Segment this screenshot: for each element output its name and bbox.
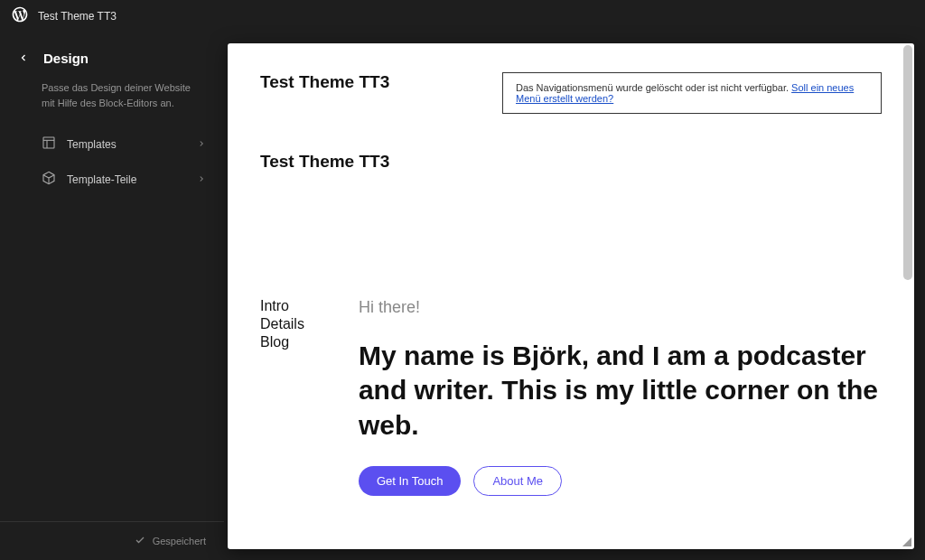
resize-handle-icon[interactable] — [902, 537, 911, 546]
preview-content: Test Theme TT3 Das Navigationsmenü wurde… — [228, 43, 914, 549]
sidebar-header: Design — [0, 51, 224, 75]
templates-icon — [42, 135, 56, 153]
svg-rect-0 — [43, 137, 54, 148]
about-me-button[interactable]: About Me — [473, 466, 562, 496]
topbar-site-name[interactable]: Test Theme TT3 — [38, 10, 117, 23]
hero-main: Hi there! My name is Björk, and I am a p… — [359, 298, 882, 496]
hero-nav-blog[interactable]: Blog — [260, 334, 304, 350]
main-area: Design Passe das Design deiner Website m… — [0, 33, 925, 560]
hero-greeting: Hi there! — [359, 298, 882, 317]
sidebar-description: Passe das Design deiner Website mit Hilf… — [0, 75, 224, 126]
sidebar-title: Design — [43, 51, 89, 66]
sidebar-item-templates[interactable]: Templates — [0, 126, 224, 162]
check-icon — [135, 535, 145, 547]
get-in-touch-button[interactable]: Get In Touch — [359, 466, 461, 496]
site-title-2[interactable]: Test Theme TT3 — [260, 152, 882, 172]
preview-wrapper: Test Theme TT3 Das Navigationsmenü wurde… — [224, 33, 925, 560]
hero-nav-intro[interactable]: Intro — [260, 298, 304, 314]
template-parts-icon — [42, 171, 56, 188]
saved-label: Gespeichert — [153, 536, 206, 546]
hero-nav-details[interactable]: Details — [260, 316, 304, 332]
sidebar-footer: Gespeichert — [0, 521, 224, 560]
sidebar: Design Passe das Design deiner Website m… — [0, 33, 224, 560]
chevron-right-icon — [197, 173, 206, 186]
back-arrow-icon[interactable] — [18, 51, 29, 66]
sidebar-item-label: Templates — [67, 138, 117, 151]
hero-nav: Intro Details Blog — [260, 298, 304, 496]
preview-header-row: Test Theme TT3 Das Navigationsmenü wurde… — [260, 72, 882, 114]
topbar: Test Theme TT3 — [0, 0, 925, 33]
sidebar-items: Templates Template-Teile — [0, 126, 224, 197]
hero-heading: My name is Björk, and I am a podcaster a… — [359, 339, 882, 443]
sidebar-item-template-parts[interactable]: Template-Teile — [0, 162, 224, 197]
chevron-right-icon — [197, 138, 206, 151]
scrollbar[interactable] — [903, 45, 912, 280]
hero-buttons: Get In Touch About Me — [359, 466, 882, 496]
navigation-notice: Das Navigationsmenü wurde gelöscht oder … — [502, 72, 882, 114]
hero-section: Intro Details Blog Hi there! My name is … — [260, 298, 882, 496]
site-title[interactable]: Test Theme TT3 — [260, 72, 389, 92]
preview-frame[interactable]: Test Theme TT3 Das Navigationsmenü wurde… — [228, 43, 914, 549]
sidebar-item-label: Template-Teile — [67, 173, 136, 186]
nav-notice-text: Das Navigationsmenü wurde gelöscht oder … — [516, 82, 791, 93]
wordpress-logo-icon[interactable] — [11, 5, 29, 27]
